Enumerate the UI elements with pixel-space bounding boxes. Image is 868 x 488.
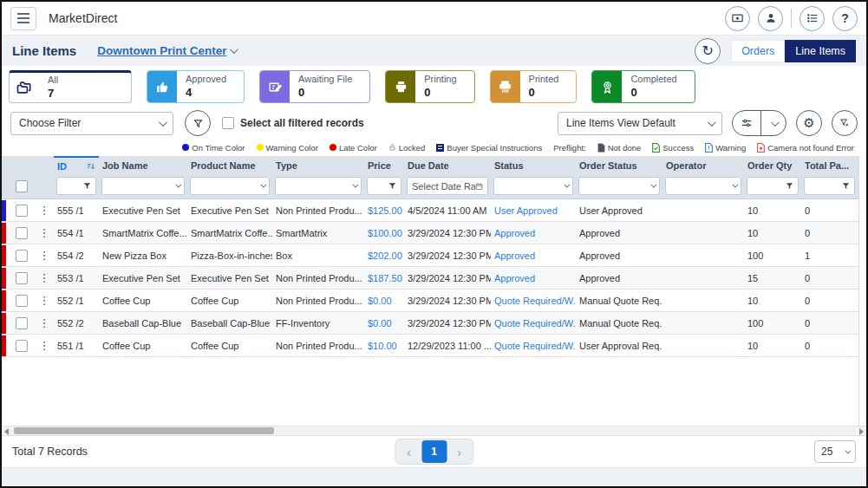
order-qty-filter-input[interactable] (747, 177, 799, 195)
table-row[interactable]: ⋮ 553 /1 Executive Pen Set Executive Pen… (2, 267, 866, 290)
user-icon[interactable] (758, 6, 783, 31)
product-name-filter-select[interactable] (190, 177, 270, 195)
card-count: 0 (424, 86, 456, 100)
clear-filter-icon[interactable] (832, 110, 858, 136)
row-checkbox[interactable] (16, 317, 28, 329)
row-menu-icon[interactable]: ⋮ (35, 294, 54, 307)
row-menu-icon[interactable]: ⋮ (35, 339, 54, 352)
order-status-filter-select[interactable] (578, 177, 660, 195)
screen-share-icon[interactable] (725, 6, 750, 31)
row-menu-icon[interactable]: ⋮ (35, 204, 54, 217)
table-row[interactable]: ⋮ 554 /2 New Pizza Box Pizza-Box-in-inch… (2, 244, 866, 267)
row-checkbox[interactable] (16, 295, 28, 307)
vertical-scrollbar[interactable] (858, 156, 866, 426)
column-header-total-pages[interactable]: Total Pa... (801, 156, 858, 175)
sliders-icon[interactable] (733, 111, 761, 135)
chevron-down-icon (159, 118, 167, 127)
column-header-price[interactable]: Price (364, 156, 404, 175)
row-menu-icon[interactable]: ⋮ (35, 271, 54, 284)
column-header-order-status[interactable]: Order Status (576, 156, 662, 175)
cell-price-link[interactable]: $10.00 (364, 341, 404, 351)
row-checkbox[interactable] (16, 227, 28, 239)
cell-order-status: Approved (576, 251, 662, 261)
scrollbar-thumb[interactable] (14, 427, 274, 434)
card-printed[interactable]: Printed0 (490, 70, 578, 103)
row-menu-icon[interactable]: ⋮ (35, 249, 54, 262)
page-size-select[interactable]: 25 (814, 440, 856, 463)
orders-button[interactable]: Orders (731, 40, 785, 62)
column-header-order-qty[interactable]: Order Qty (744, 156, 801, 175)
column-header-operator[interactable]: Operator (662, 156, 744, 175)
cell-job-name: Executive Pen Set (99, 273, 187, 283)
cell-id: 553 /1 (54, 273, 99, 283)
price-filter-input[interactable] (367, 177, 401, 195)
column-header-product-name[interactable]: Product Name (187, 156, 272, 175)
card-printing[interactable]: Printing0 (385, 70, 474, 103)
choose-filter-select[interactable]: Choose Filter (10, 112, 173, 135)
view-select[interactable]: Line Items View Default (558, 112, 722, 135)
card-completed[interactable]: Completed0 (591, 70, 695, 103)
row-checkbox[interactable] (16, 205, 28, 217)
total-pages-filter-input[interactable] (804, 177, 855, 195)
current-page-button[interactable]: 1 (421, 440, 447, 463)
legend: On Time Color Warning Color Late Color L… (2, 139, 866, 156)
cell-price-link[interactable]: $187.50 (364, 273, 404, 283)
card-approved[interactable]: Approved4 (147, 70, 245, 103)
row-menu-icon[interactable]: ⋮ (35, 316, 54, 329)
refresh-icon[interactable]: ↻ (695, 38, 721, 64)
cell-order-status: User Approved (576, 205, 662, 216)
card-all[interactable]: All7 (9, 70, 132, 103)
column-header-status[interactable]: Status (491, 156, 576, 175)
job-name-filter-select[interactable] (101, 177, 185, 195)
type-filter-select[interactable] (275, 177, 362, 195)
row-menu-icon[interactable]: ⋮ (35, 226, 54, 239)
column-header-type[interactable]: Type (272, 156, 364, 175)
table-row[interactable]: ⋮ 555 /1 Executive Pen Set Executive Pen… (2, 199, 866, 222)
column-header-id[interactable]: ID (54, 156, 99, 175)
cell-price-link[interactable]: $202.00 (364, 251, 404, 261)
row-checkbox[interactable] (16, 250, 28, 262)
scroll-right-arrow-icon[interactable] (859, 428, 864, 435)
status-filter-select[interactable] (493, 177, 573, 195)
horizontal-scrollbar[interactable] (2, 426, 866, 436)
id-filter-input[interactable] (56, 177, 96, 195)
select-all-checkbox[interactable] (222, 117, 234, 129)
table-row[interactable]: ⋮ 551 /1 Coffee Cup Coffee Cup Non Print… (2, 335, 866, 357)
location-selector[interactable]: Downtown Print Center (97, 44, 236, 57)
row-status-bar (2, 223, 6, 244)
help-icon[interactable]: ? (832, 6, 858, 31)
header-select-all-checkbox[interactable] (16, 180, 28, 192)
next-page-icon[interactable]: › (447, 440, 472, 463)
cell-status-link[interactable]: Quote Required/W... (491, 318, 576, 329)
card-count: 0 (298, 86, 352, 100)
cell-price-link[interactable]: $125.00 (364, 205, 404, 216)
cell-price-link[interactable]: $0.00 (364, 318, 404, 329)
cell-status-link[interactable]: Quote Required/W... (491, 341, 576, 351)
scroll-left-arrow-icon[interactable] (4, 428, 9, 435)
cell-price-link[interactable]: $100.00 (364, 228, 404, 238)
row-checkbox[interactable] (16, 340, 28, 352)
line-items-button[interactable]: Line Items (785, 40, 856, 62)
column-header-due-date[interactable]: Due Date (404, 156, 491, 175)
settings-gear-icon[interactable]: ⚙ (796, 110, 822, 136)
operator-filter-select[interactable] (665, 177, 741, 195)
due-date-filter-input[interactable]: Select Date Ran (407, 177, 488, 195)
column-header-job-name[interactable]: Job Name (99, 156, 187, 175)
apply-filter-icon[interactable] (185, 110, 211, 136)
cell-status-link[interactable]: Approved (491, 273, 576, 283)
cell-status-link[interactable]: User Approved (491, 205, 576, 216)
card-awaiting-file[interactable]: Awaiting File0 (259, 70, 370, 103)
cell-price-link[interactable]: $0.00 (364, 296, 404, 306)
table-row[interactable]: ⋮ 554 /1 SmartMatrix Coffe... SmartMatri… (2, 222, 866, 244)
table-row[interactable]: ⋮ 552 /2 Baseball Cap-Blue Baseball Cap-… (2, 312, 866, 335)
column-options-split-button[interactable] (732, 110, 786, 136)
cell-status-link[interactable]: Approved (491, 251, 576, 261)
cell-status-link[interactable]: Approved (491, 228, 576, 238)
row-checkbox[interactable] (16, 272, 28, 284)
cell-status-link[interactable]: Quote Required/W... (491, 296, 576, 306)
menu-icon[interactable] (10, 7, 36, 30)
table-row[interactable]: ⋮ 552 /1 Coffee Cup Coffee Cup Non Print… (2, 290, 866, 312)
list-menu-icon[interactable] (799, 6, 825, 31)
prev-page-icon[interactable]: ‹ (396, 440, 421, 463)
chevron-down-icon[interactable] (761, 111, 786, 135)
